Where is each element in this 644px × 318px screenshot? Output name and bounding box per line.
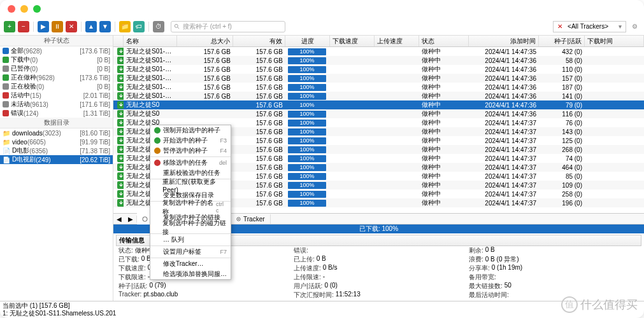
maximize-button[interactable] bbox=[33, 5, 41, 13]
detail-item: 种子|活跃:0 (79) bbox=[116, 282, 291, 291]
sidebar-section-dirs: 数据目录 bbox=[0, 118, 113, 128]
tab-tracker[interactable]: Tracker bbox=[231, 214, 271, 224]
down-icon[interactable]: ▼ bbox=[99, 21, 111, 32]
detail-item: 剩余:0 B bbox=[466, 246, 641, 255]
col-have[interactable]: 有效 bbox=[233, 36, 285, 46]
detail-item: 备用带宽: bbox=[466, 273, 641, 282]
menu-item[interactable]: 强制开始选中的种子 bbox=[150, 125, 231, 135]
clear-icon[interactable]: ✕ bbox=[557, 23, 562, 30]
tab-prev-icon[interactable]: ◀ bbox=[113, 216, 125, 223]
sidebar-state-item[interactable]: 正在做种 (9628)[173.6 TiB] bbox=[0, 73, 113, 82]
info-icon bbox=[142, 216, 148, 222]
sidebar-state-item[interactable]: 未活动 (9613)[171.6 TiB] bbox=[0, 100, 113, 109]
col-size[interactable]: 总大小 bbox=[177, 36, 233, 46]
table-row[interactable]: 无耻之徒S01-S1… 157.6 GB 157.6 GB 100% 做种中 2… bbox=[113, 83, 644, 92]
tab-next-icon[interactable]: ▶ bbox=[125, 216, 136, 223]
detail-item: 最后活动时间: bbox=[466, 291, 641, 300]
search-input[interactable]: 搜索种子 (ctrl + f) bbox=[171, 21, 285, 32]
col-seed[interactable]: 种子|活跃 bbox=[539, 36, 585, 46]
settings-icon[interactable]: ⚙ bbox=[629, 21, 640, 32]
detail-item: 错误: bbox=[291, 246, 466, 255]
statusbar: 当前选中 (1) [157.6 GB] 1: 无耻之徒S01-S11.Shame… bbox=[0, 301, 644, 318]
detail-item: 已上传:0 B bbox=[291, 255, 466, 264]
sidebar-state-item[interactable]: 全部 (9628)[173.6 TiB] bbox=[0, 46, 113, 55]
sidebar-state-item[interactable]: 正在校验 (0)[0 B] bbox=[0, 82, 113, 91]
tracker-filter-select[interactable]: ✕ <All Trackers> ▾ bbox=[553, 21, 626, 32]
table-row[interactable]: 无耻之徒S01-S1… 157.6 GB 157.6 GB 100% 做种中 2… bbox=[113, 65, 644, 74]
detail-item: 上传限速:- bbox=[291, 273, 466, 282]
sidebar-state-item[interactable]: 活动中 (15)[2.01 TiB] bbox=[0, 91, 113, 100]
pause-icon[interactable]: ⏸ bbox=[52, 21, 63, 32]
col-name[interactable]: 名称 bbox=[124, 36, 177, 46]
menu-item[interactable]: 复制选中种子的磁力链接 bbox=[150, 223, 231, 233]
svg-point-2 bbox=[143, 216, 147, 221]
col-ul[interactable]: 上传速度 bbox=[375, 36, 419, 46]
sidebar-dir-item[interactable]: 📄D电视剧 (249)[20.62 TiB] bbox=[0, 155, 113, 164]
search-icon bbox=[174, 24, 180, 30]
svg-line-1 bbox=[178, 27, 180, 29]
sidebar-dir-item[interactable]: 📄D电影 (6356)[71.38 TiB] bbox=[0, 146, 113, 155]
search-placeholder: 搜索种子 (ctrl + f) bbox=[183, 22, 232, 31]
table-row[interactable]: 无耻之徒S0 157.6 GB 100% 做种中 2024/4/1 14:47:… bbox=[113, 100, 644, 109]
sidebar-state-item[interactable]: 错误 (124)[1.31 TiB] bbox=[0, 109, 113, 118]
table-row[interactable]: 无耻之徒S01-S1… 157.6 GB 157.6 GB 100% 做种中 2… bbox=[113, 92, 644, 100]
col-last[interactable]: 下载时间 bbox=[585, 36, 644, 46]
menu-item[interactable]: 复制选中种子的名称ctrl c bbox=[150, 202, 231, 212]
table-row[interactable]: 无耻之徒S01-S1… 157.6 GB 157.6 GB 100% 做种中 2… bbox=[113, 47, 644, 56]
detail-item: 最大链接数:50 bbox=[466, 282, 641, 291]
detail-item: Tracker:pt.sbao.club bbox=[116, 291, 291, 300]
start-icon[interactable]: ▶ bbox=[38, 21, 49, 32]
up-icon[interactable]: ▲ bbox=[85, 21, 97, 32]
add-torrent-icon[interactable]: + bbox=[4, 21, 15, 32]
remove-icon[interactable]: − bbox=[18, 21, 29, 32]
stop-icon[interactable]: ✕ bbox=[66, 21, 77, 32]
col-date[interactable]: 添加时间 bbox=[469, 36, 539, 46]
gauge-icon[interactable]: ⏱ bbox=[153, 21, 164, 32]
tag-icon[interactable]: 🏷 bbox=[133, 21, 145, 32]
statusbar-name: 1: 无耻之徒S01-S11.Shameless.US.201 bbox=[3, 310, 641, 317]
table-row[interactable]: 无耻之徒S01-S1… 157.6 GB 157.6 GB 100% 做种中 2… bbox=[113, 56, 644, 65]
col-prog[interactable]: 进度 bbox=[285, 36, 330, 46]
sidebar-section-states: 种子状态 bbox=[0, 36, 113, 46]
sidebar: 种子状态 全部 (9628)[173.6 TiB]下载中 (0)[0 B]已暂停… bbox=[0, 36, 113, 301]
folder-icon[interactable]: 📁 bbox=[119, 21, 131, 32]
minimize-button[interactable] bbox=[20, 5, 28, 13]
menu-item[interactable]: 给选项添加替换同服… bbox=[150, 269, 231, 279]
sidebar-state-item[interactable]: 下载中 (0)[0 B] bbox=[0, 55, 113, 64]
detail-item: 用户|活跃:0 (0) bbox=[291, 282, 466, 291]
chevron-down-icon: ▾ bbox=[619, 23, 622, 30]
context-menu[interactable]: 强制开始选中的种子开始选中的种子F3暂停选中的种子F4移除选中的任务del重新校… bbox=[150, 125, 231, 280]
toolbar: + − ▶ ⏸ ✕ ▲ ▼ 📁 🏷 ⏱ 搜索种子 (ctrl + f) ✕ <A… bbox=[0, 18, 644, 36]
close-button[interactable] bbox=[8, 5, 15, 13]
sidebar-state-item[interactable]: 已暂停 (0)[0 B] bbox=[0, 64, 113, 73]
detail-item: 上传速度:0 B/s bbox=[291, 264, 466, 273]
tracker-filter-label: <All Trackers> bbox=[568, 23, 608, 30]
sidebar-dir-item[interactable]: 📁video (6605)[91.99 TiB] bbox=[0, 137, 113, 146]
broadcast-icon bbox=[236, 216, 241, 222]
svg-point-5 bbox=[238, 218, 240, 219]
col-stat[interactable]: 状态 bbox=[419, 36, 469, 46]
table-row[interactable]: 无耻之徒S01-S1… 157.6 GB 157.6 GB 100% 做种中 2… bbox=[113, 74, 644, 83]
table-row[interactable]: 无耻之徒S0 157.6 GB 100% 做种中 2024/4/1 14:47:… bbox=[113, 109, 644, 118]
menu-item[interactable]: 暂停选中的种子F4 bbox=[150, 146, 231, 156]
detail-item: 浪费:0 B (0 异常) bbox=[466, 255, 641, 264]
menu-item[interactable]: 开始选中的种子F3 bbox=[150, 135, 231, 146]
col-dl[interactable]: 下载速度 bbox=[330, 36, 375, 46]
detail-item: 下次汇报时间:11:52:13 bbox=[291, 291, 466, 300]
detail-item: 分享率:0 (1h 19m) bbox=[466, 264, 641, 273]
menu-item[interactable]: 设置用户标签F7 bbox=[150, 247, 231, 257]
statusbar-selection: 当前选中 (1) [157.6 GB] bbox=[3, 302, 641, 310]
titlebar bbox=[0, 0, 644, 18]
sidebar-dir-item[interactable]: 📁downloads (3023)[81.60 TiB] bbox=[0, 128, 113, 137]
menu-item[interactable]: 重新汇报(获取更多Peer) bbox=[150, 180, 231, 190]
table-header: 名称 总大小 有效 进度 下载速度 上传速度 状态 添加时间 种子|活跃 下载时… bbox=[113, 36, 644, 47]
menu-item[interactable]: 修改Tracker… bbox=[150, 259, 231, 269]
menu-item[interactable]: 移除选中的任务del bbox=[150, 158, 231, 168]
svg-point-0 bbox=[175, 24, 178, 27]
